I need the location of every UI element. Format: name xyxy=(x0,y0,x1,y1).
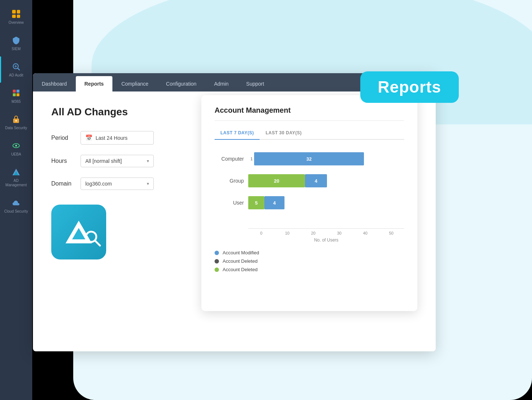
sidebar-item-cloudsecurity[interactable]: Cloud Security xyxy=(0,192,32,219)
legend-dot-modified xyxy=(215,251,219,255)
bar-chart: Computer 1 32 Group 20 4 User 5 4 xyxy=(215,149,404,225)
sidebar-label-m365: M365 xyxy=(11,100,21,104)
svg-line-14 xyxy=(95,240,100,246)
svg-rect-2 xyxy=(13,90,16,93)
svg-point-10 xyxy=(16,145,16,146)
tab-compliance[interactable]: Compliance xyxy=(112,76,157,91)
sidebar-label-ueba: UEBA xyxy=(11,152,21,157)
svg-rect-5 xyxy=(16,93,19,96)
x-tick-10: 10 xyxy=(274,231,300,235)
m365-icon xyxy=(11,88,21,98)
legend-item-deleted-green: Account Deleted xyxy=(215,267,404,272)
tab-reports[interactable]: Reports xyxy=(76,76,113,91)
overview-icon xyxy=(11,9,21,19)
chart-tab-30days[interactable]: LAST 30 DAY(S) xyxy=(260,127,308,139)
legend-label-modified: Account Modified xyxy=(223,250,259,255)
admanagement-icon xyxy=(11,167,21,177)
sidebar-item-datasecurity[interactable]: Data Security xyxy=(0,109,32,135)
sidebar-label-adaudit: AD Audit xyxy=(9,73,23,78)
legend-label-deleted-green: Account Deleted xyxy=(223,267,257,272)
period-input[interactable]: 📅 Last 24 Hours xyxy=(81,131,154,145)
siem-icon xyxy=(11,35,21,45)
reports-bubble: Reports xyxy=(360,71,459,103)
domain-select[interactable]: log360.com ▾ xyxy=(81,177,154,190)
legend-item-modified: Account Modified xyxy=(215,250,404,255)
calendar-icon: 📅 xyxy=(85,134,93,141)
tab-configuration[interactable]: Configuration xyxy=(157,76,205,91)
chart-tab-7days[interactable]: LAST 7 DAY(S) xyxy=(215,127,260,140)
reports-bubble-text: Reports xyxy=(378,78,441,96)
period-value: Last 24 Hours xyxy=(96,135,127,141)
svg-rect-4 xyxy=(13,93,16,96)
sidebar-item-adaudit[interactable]: AD Audit xyxy=(0,56,32,83)
svg-rect-3 xyxy=(16,90,19,93)
datasecurity-icon xyxy=(11,114,21,124)
sidebar-item-ueba[interactable]: UEBA xyxy=(0,135,32,162)
bar-label-user: User xyxy=(215,200,244,206)
x-tick-30: 30 xyxy=(326,231,352,235)
bar-blue-group: 4 xyxy=(305,174,327,187)
x-axis: 0 10 20 30 40 50 xyxy=(248,228,404,235)
bar-row-computer: Computer 1 32 xyxy=(215,152,404,165)
chart-tabs: LAST 7 DAY(S) LAST 30 DAY(S) xyxy=(215,127,404,140)
sidebar-item-admanagement[interactable]: AD Management xyxy=(0,162,32,192)
bar-row-user: User 5 4 xyxy=(215,196,404,209)
x-tick-50: 50 xyxy=(378,231,404,235)
svg-point-7 xyxy=(15,120,17,122)
domain-value: log360.com xyxy=(85,181,112,187)
period-label: Period xyxy=(51,135,81,141)
bar-value-computer-green: 1 xyxy=(248,157,253,161)
cloudsecurity-icon xyxy=(11,198,21,208)
ueba-icon xyxy=(11,141,21,151)
legend-dot-deleted-dark xyxy=(215,259,219,263)
sidebar-label-admanagement: AD Management xyxy=(3,179,29,187)
bar-blue-computer: 32 xyxy=(254,152,364,165)
bar-container-user: 5 4 xyxy=(248,196,404,209)
x-axis-label: No. of Users xyxy=(248,238,404,243)
chevron-down-icon-domain: ▾ xyxy=(147,181,149,186)
sidebar-label-datasecurity: Data Security xyxy=(5,126,27,130)
sidebar: Overview SIEM AD Audit xyxy=(0,0,32,400)
hours-row: Hours All [normal shift] ▾ xyxy=(51,155,176,167)
period-row: Period 📅 Last 24 Hours xyxy=(51,131,176,145)
chevron-down-icon: ▾ xyxy=(147,158,149,164)
legend-label-deleted-dark: Account Deleted xyxy=(223,258,257,264)
sidebar-label-cloudsecurity: Cloud Security xyxy=(4,209,28,214)
domain-label: Domain xyxy=(51,180,81,187)
chart-title: Account Management xyxy=(215,106,404,121)
chart-legend: Account Modified Account Deleted Account… xyxy=(215,250,404,272)
bar-container-computer: 1 32 xyxy=(248,152,404,165)
left-panel: All AD Changes Period 📅 Last 24 Hours Ho… xyxy=(33,91,194,351)
bar-row-group: Group 20 4 xyxy=(215,174,404,187)
bar-blue-user: 4 xyxy=(264,196,284,209)
sidebar-label-overview: Overview xyxy=(8,20,24,25)
hours-label: Hours xyxy=(51,158,81,164)
hours-select[interactable]: All [normal shift] ▾ xyxy=(81,155,154,167)
bar-label-group: Group xyxy=(215,178,244,184)
page-title: All AD Changes xyxy=(51,106,176,118)
x-tick-40: 40 xyxy=(352,231,378,235)
hours-value: All [normal shift] xyxy=(85,158,122,164)
tab-admin[interactable]: Admin xyxy=(205,76,238,91)
tab-support[interactable]: Support xyxy=(237,76,273,91)
bar-green-group: 20 xyxy=(248,174,305,187)
bar-label-computer: Computer xyxy=(215,156,244,162)
sidebar-item-m365[interactable]: M365 xyxy=(0,83,32,109)
bar-green-user: 5 xyxy=(248,196,264,209)
sidebar-label-siem: SIEM xyxy=(12,47,21,51)
domain-row: Domain log360.com ▾ xyxy=(51,177,176,190)
sidebar-item-overview[interactable]: Overview xyxy=(0,4,32,30)
legend-dot-deleted-green xyxy=(215,268,219,272)
chart-card: Account Management LAST 7 DAY(S) LAST 30… xyxy=(201,95,417,311)
app-logo xyxy=(51,205,106,259)
logo-triangle xyxy=(66,221,92,243)
x-tick-0: 0 xyxy=(248,231,274,235)
legend-item-deleted-dark: Account Deleted xyxy=(215,258,404,264)
x-tick-20: 20 xyxy=(300,231,326,235)
svg-line-1 xyxy=(18,68,19,70)
bar-container-group: 20 4 xyxy=(248,174,404,187)
adaudit-icon xyxy=(11,61,21,72)
sidebar-item-siem[interactable]: SIEM xyxy=(0,30,32,56)
tab-dashboard[interactable]: Dashboard xyxy=(33,76,76,91)
